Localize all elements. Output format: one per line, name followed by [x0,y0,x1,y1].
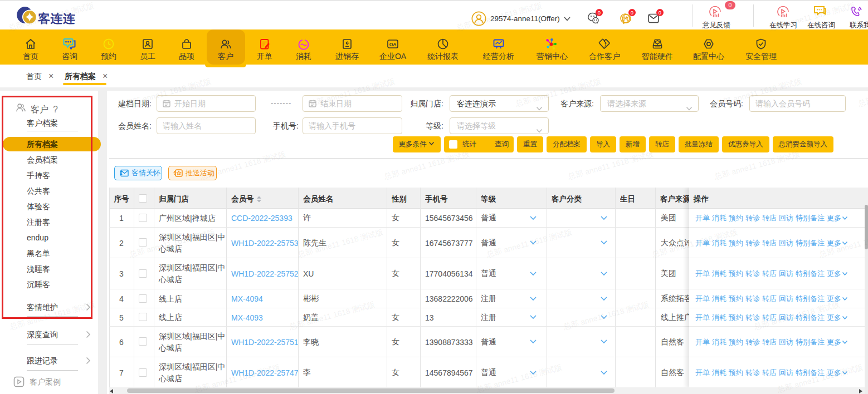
svg-text:约: 约 [623,16,629,22]
svg-text:OA: OA [389,42,397,47]
